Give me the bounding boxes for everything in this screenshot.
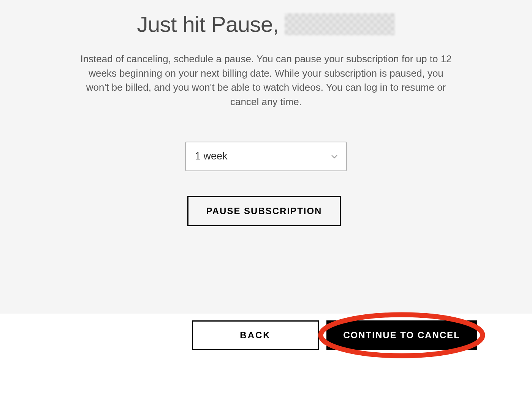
duration-select-wrapper: 1 week [185, 142, 347, 171]
heading-prefix: Just hit Pause, [137, 11, 279, 37]
duration-selected-label: 1 week [195, 150, 228, 162]
description-text: Instead of canceling, schedule a pause. … [65, 52, 467, 109]
page-heading: Just hit Pause, [0, 11, 532, 37]
heading-redacted-name [285, 13, 395, 35]
main-content: Just hit Pause, Instead of canceling, sc… [0, 0, 532, 314]
footer-bar: BACK CONTINUE TO CANCEL [0, 314, 532, 399]
continue-button-wrapper: CONTINUE TO CANCEL [326, 320, 477, 350]
continue-to-cancel-button[interactable]: CONTINUE TO CANCEL [326, 320, 477, 350]
back-button[interactable]: BACK [192, 320, 319, 350]
pause-subscription-button[interactable]: PAUSE SUBSCRIPTION [187, 196, 341, 226]
pause-duration-select[interactable]: 1 week [185, 142, 347, 171]
